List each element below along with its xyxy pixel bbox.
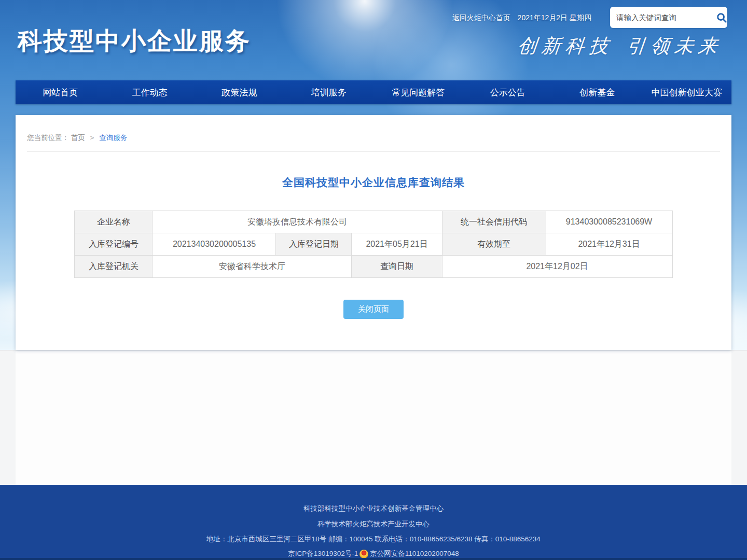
site-title: 科技型中小企业服务 [18, 25, 251, 58]
nav-item-innovation-fund[interactable]: 创新基金 [552, 80, 642, 104]
breadcrumb-label: 您当前位置： [27, 134, 69, 142]
lower-background [0, 350, 747, 485]
content-card: 您当前位置： 首页 > 查询服务 全国科技型中小企业信息库查询结果 企业名称 安… [16, 115, 731, 350]
value-registration-authority: 安徽省科学技术厅 [153, 256, 352, 278]
label-registration-number: 入库登记编号 [75, 233, 153, 256]
value-query-date: 2021年12月02日 [442, 256, 672, 278]
value-registration-date: 2021年05月21日 [352, 233, 442, 256]
breadcrumb-current-link[interactable]: 查询服务 [99, 134, 127, 142]
nav-item-competition[interactable]: 中国创新创业大赛 [642, 80, 732, 104]
current-date: 2021年12月2日 星期四 [518, 13, 591, 22]
icp-record-link[interactable]: 京ICP备13019302号-1 [288, 549, 358, 558]
value-credit-code: 91340300085231069W [546, 211, 672, 233]
table-row-company: 企业名称 安徽塔孜信息技术有限公司 统一社会信用代码 9134030008523… [75, 211, 672, 233]
close-page-button[interactable]: 关闭页面 [343, 300, 404, 319]
nav-item-policies[interactable]: 政策法规 [195, 80, 284, 104]
top-links: 返回火炬中心首页 2021年12月2日 星期四 [452, 13, 591, 23]
nav-item-work-news[interactable]: 工作动态 [105, 80, 195, 104]
footer-contact-info: 地址：北京市西城区三里河二区甲18号 邮编：100045 联系电话：010-88… [0, 535, 747, 544]
label-credit-code: 统一社会信用代码 [442, 211, 546, 233]
table-row-registration: 入库登记编号 202134030200005135 入库登记日期 2021年05… [75, 233, 672, 256]
label-registration-date: 入库登记日期 [276, 233, 352, 256]
search-input[interactable] [610, 13, 715, 22]
value-registration-number: 202134030200005135 [153, 233, 276, 256]
site-footer: 科技部科技型中小企业技术创新基金管理中心 科学技术部火炬高技术产业开发中心 地址… [0, 485, 747, 560]
search-box [610, 7, 727, 28]
main-nav: 网站首页 工作动态 政策法规 培训服务 常见问题解答 公示公告 创新基金 中国创… [16, 80, 731, 104]
slogan: 创新科技引领未来 [516, 33, 723, 59]
search-icon[interactable] [715, 7, 727, 28]
nav-item-announcements[interactable]: 公示公告 [463, 80, 553, 104]
breadcrumb-home-link[interactable]: 首页 [71, 134, 85, 142]
label-valid-until: 有效期至 [442, 233, 546, 256]
page-title: 全国科技型中小企业信息库查询结果 [16, 175, 731, 190]
label-company-name: 企业名称 [75, 211, 153, 233]
page: 科技型中小企业服务 返回火炬中心首页 2021年12月2日 星期四 创新科技引领… [0, 0, 747, 560]
police-record-link[interactable]: 京公网安备11010202007048 [370, 549, 459, 558]
footer-torch-center: 科学技术部火炬高技术产业开发中心 [0, 520, 747, 529]
nav-item-faq[interactable]: 常见问题解答 [374, 80, 463, 104]
breadcrumb: 您当前位置： 首页 > 查询服务 [27, 115, 720, 152]
table-row-authority: 入库登记机关 安徽省科学技术厅 查询日期 2021年12月02日 [75, 256, 672, 278]
police-badge-icon [359, 550, 368, 558]
label-query-date: 查询日期 [352, 256, 442, 278]
footer-record-line: 京ICP备13019302号-1 京公网安备11010202007048 [0, 549, 747, 558]
nav-item-home[interactable]: 网站首页 [16, 80, 105, 104]
return-torch-home-link[interactable]: 返回火炬中心首页 [452, 13, 510, 22]
breadcrumb-separator: > [90, 134, 94, 142]
footer-fund-center: 科技部科技型中小企业技术创新基金管理中心 [0, 485, 747, 513]
result-table: 企业名称 安徽塔孜信息技术有限公司 统一社会信用代码 9134030008523… [74, 211, 672, 278]
value-valid-until: 2021年12月31日 [546, 233, 672, 256]
lower-background-inner [16, 351, 731, 485]
label-registration-authority: 入库登记机关 [75, 256, 153, 278]
nav-item-training[interactable]: 培训服务 [284, 80, 374, 104]
value-company-name: 安徽塔孜信息技术有限公司 [153, 211, 442, 233]
